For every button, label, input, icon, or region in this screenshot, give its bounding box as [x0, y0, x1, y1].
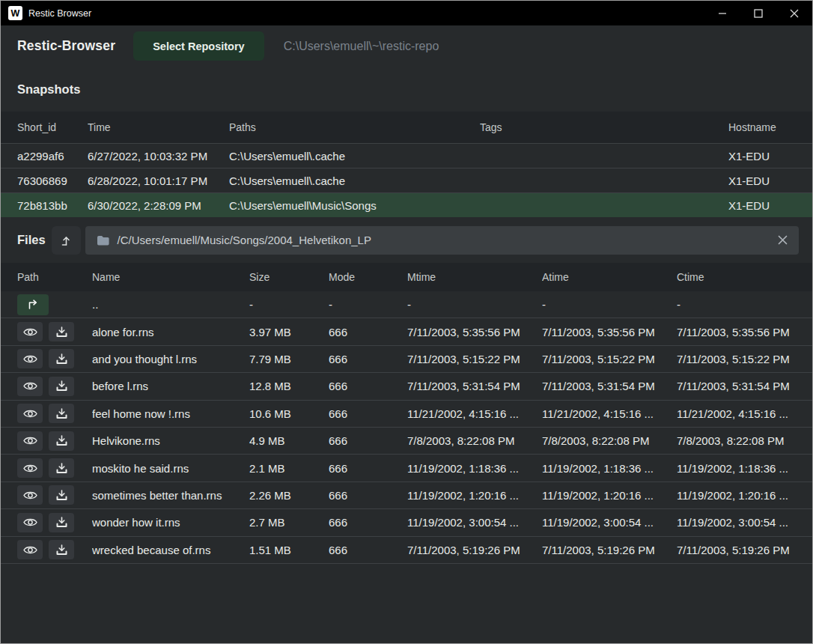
column-header-name: Name	[92, 271, 249, 283]
column-header-mtime: Mtime	[407, 271, 542, 283]
file-actions	[17, 377, 92, 396]
download-button[interactable]	[49, 540, 74, 559]
snapshot-short-id: a2299af6	[17, 150, 88, 162]
download-button[interactable]	[49, 377, 74, 396]
preview-button[interactable]	[17, 322, 43, 341]
table-row[interactable]: wrecked because of.rns 1.51 MB 666 7/11/…	[1, 537, 812, 564]
column-header-hostname: Hostname	[728, 121, 799, 133]
snapshot-hostname: X1-EDU	[728, 174, 799, 187]
preview-button[interactable]	[17, 377, 43, 396]
snapshot-paths: C:\Users\emuell\.cache	[229, 150, 480, 162]
preview-button[interactable]	[17, 513, 43, 532]
file-size: 2.26 MB	[249, 489, 329, 502]
file-mode: 666	[329, 462, 407, 475]
file-actions	[17, 458, 92, 478]
close-button[interactable]	[776, 1, 812, 25]
download-button[interactable]	[49, 349, 74, 368]
snapshot-row[interactable]: 76306869 6/28/2022, 10:01:17 PM C:\Users…	[1, 168, 812, 192]
select-repository-button[interactable]: Select Repository	[133, 31, 264, 61]
minimize-button[interactable]	[704, 1, 740, 25]
download-button[interactable]	[49, 513, 74, 532]
table-row[interactable]: alone for.rns 3.97 MB 666 7/11/2003, 5:3…	[1, 318, 812, 345]
column-header-tags: Tags	[480, 121, 728, 133]
table-row[interactable]: before l.rns 12.8 MB 666 7/11/2003, 5:31…	[1, 373, 812, 400]
preview-button[interactable]	[17, 431, 43, 451]
maximize-button[interactable]	[740, 1, 776, 25]
preview-button[interactable]	[17, 540, 43, 559]
file-mtime: 11/21/2002, 4:15:16 ...	[407, 407, 542, 420]
file-ctime: 7/8/2003, 8:22:08 PM	[677, 434, 799, 447]
download-icon	[56, 517, 67, 528]
preview-button[interactable]	[17, 485, 43, 505]
download-button[interactable]	[49, 404, 74, 423]
file-mtime: 11/19/2002, 3:00:54 ...	[407, 516, 542, 529]
file-ctime: 7/11/2003, 5:15:22 PM	[677, 353, 799, 365]
snapshot-row-selected[interactable]: 72b813bb 6/30/2022, 2:28:09 PM C:\Users\…	[1, 192, 812, 217]
clear-icon	[778, 235, 788, 245]
file-mtime: 7/11/2003, 5:35:56 PM	[407, 326, 542, 338]
download-button[interactable]	[49, 431, 74, 451]
snapshot-time: 6/27/2022, 10:03:32 PM	[88, 150, 229, 162]
eye-icon	[23, 490, 37, 500]
current-path-input[interactable]: /C/Users/emuell/Music/Songs/2004_Helveti…	[85, 226, 799, 255]
file-mtime: 7/8/2003, 8:22:08 PM	[407, 434, 542, 447]
download-button[interactable]	[49, 458, 74, 478]
clear-path-button[interactable]	[778, 235, 788, 245]
file-atime: -	[542, 298, 677, 311]
file-ctime: 7/11/2003, 5:19:26 PM	[677, 544, 799, 556]
file-name: and you thought l.rns	[92, 353, 249, 365]
file-name: ..	[92, 298, 249, 311]
preview-button[interactable]	[17, 349, 43, 368]
download-icon	[56, 326, 67, 338]
go-up-button[interactable]	[17, 294, 49, 315]
preview-button[interactable]	[17, 458, 43, 478]
download-icon	[56, 380, 67, 392]
file-actions	[17, 404, 92, 423]
snapshot-paths: C:\Users\emuell\Music\Songs	[229, 199, 480, 212]
file-actions	[17, 485, 92, 505]
file-ctime: -	[677, 298, 799, 311]
window-controls	[704, 1, 812, 25]
file-name: moskito he said.rns	[92, 462, 249, 475]
files-heading: Files	[17, 233, 46, 247]
table-row[interactable]: wonder how it.rns 2.7 MB 666 11/19/2002,…	[1, 509, 812, 536]
table-row[interactable]: moskito he said.rns 2.1 MB 666 11/19/200…	[1, 455, 812, 482]
preview-button[interactable]	[17, 404, 43, 423]
file-mode: 666	[329, 353, 407, 365]
current-path-value: /C/Users/emuell/Music/Songs/2004_Helveti…	[118, 234, 371, 246]
download-icon	[56, 544, 67, 556]
snapshots-heading: Snapshots	[1, 67, 812, 112]
file-mode: 666	[329, 380, 407, 392]
file-ctime: 11/19/2002, 3:00:54 ...	[677, 516, 799, 529]
table-row[interactable]: and you thought l.rns 7.79 MB 666 7/11/2…	[1, 346, 812, 373]
parent-dir-row[interactable]: .. - - - - -	[1, 291, 812, 318]
download-icon	[56, 408, 67, 419]
table-row[interactable]: sometimes better than.rns 2.26 MB 666 11…	[1, 482, 812, 509]
file-name: Helvikone.rns	[92, 434, 249, 447]
snapshot-row[interactable]: a2299af6 6/27/2022, 10:03:32 PM C:\Users…	[1, 143, 812, 168]
app-window: W Restic Browser Restic-Browser Select R…	[0, 0, 813, 644]
column-header-path: Path	[17, 271, 92, 283]
file-mtime: -	[407, 298, 542, 311]
file-actions	[17, 431, 92, 451]
file-atime: 7/11/2003, 5:15:22 PM	[542, 353, 677, 365]
file-name: wonder how it.rns	[92, 516, 249, 529]
file-mtime: 7/11/2003, 5:19:26 PM	[407, 544, 542, 556]
snapshot-time: 6/28/2022, 10:01:17 PM	[88, 174, 229, 187]
download-button[interactable]	[49, 485, 74, 505]
file-actions	[17, 349, 92, 368]
file-actions	[17, 540, 92, 559]
files-table-body: alone for.rns 3.97 MB 666 7/11/2003, 5:3…	[1, 318, 812, 564]
file-size: 12.8 MB	[249, 380, 329, 392]
file-name: feel home now !.rns	[92, 407, 249, 420]
file-ctime: 11/19/2002, 1:18:36 ...	[677, 462, 799, 475]
table-row[interactable]: feel home now !.rns 10.6 MB 666 11/21/20…	[1, 401, 812, 428]
snapshot-short-id: 76306869	[17, 174, 88, 187]
table-row[interactable]: Helvikone.rns 4.9 MB 666 7/8/2003, 8:22:…	[1, 428, 812, 455]
eye-icon	[23, 354, 37, 364]
repository-path: C:\Users\emuell\~\restic-repo	[284, 40, 439, 53]
download-button[interactable]	[49, 322, 74, 341]
level-up-button[interactable]	[52, 226, 81, 255]
download-icon	[56, 435, 67, 446]
file-ctime: 11/21/2002, 4:15:16 ...	[677, 407, 799, 420]
